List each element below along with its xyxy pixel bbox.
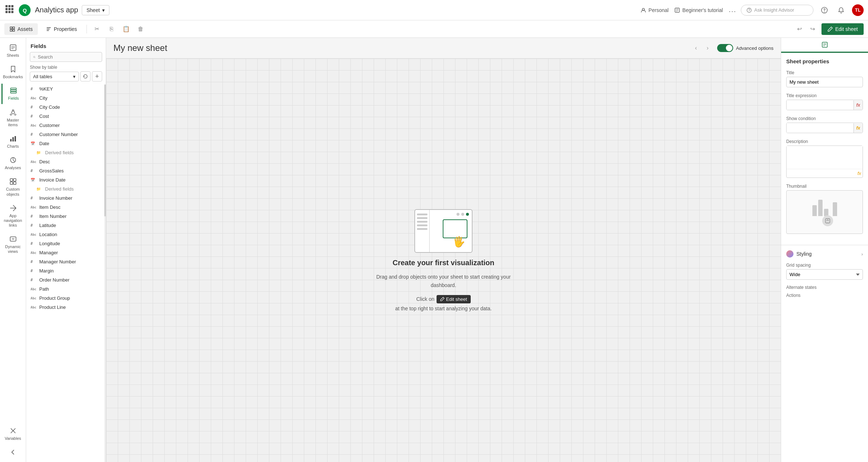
description-textarea[interactable]: [787, 146, 863, 168]
field-item[interactable]: Abc Location: [26, 230, 106, 239]
sheet-dropdown[interactable]: Sheet ▾: [82, 5, 109, 15]
field-item[interactable]: # Latitude: [26, 221, 106, 230]
field-item[interactable]: Abc Customer: [26, 121, 106, 130]
sidebar-item-app-nav[interactable]: App navigation links: [1, 201, 25, 231]
title-expression-input[interactable]: fx: [786, 100, 863, 110]
sidebar-item-bookmarks[interactable]: Bookmarks: [1, 62, 25, 82]
properties-tab[interactable]: Properties: [41, 23, 82, 35]
advanced-options-toggle[interactable]: Advanced options: [717, 44, 773, 52]
table-select-dropdown[interactable]: All tables ▾: [30, 72, 79, 81]
create-title: Create your first visualization: [393, 259, 494, 267]
sidebar-item-dynamic-views[interactable]: Dynamic views: [1, 232, 25, 257]
tutorial-button[interactable]: Beginner's tutorial: [674, 7, 723, 13]
show-cond-field[interactable]: [787, 123, 853, 133]
thumbnail-box[interactable]: [786, 190, 863, 234]
sidebar-item-master-items[interactable]: Master items: [1, 105, 25, 130]
edit-sheet-button[interactable]: Edit sheet: [821, 23, 864, 35]
sheet-props-title: Sheet properties: [786, 58, 863, 64]
field-item[interactable]: # Margin: [26, 266, 106, 275]
create-viz-card: 🖐 Create your first visualization Drag a…: [367, 209, 520, 311]
field-item[interactable]: # %KEY: [26, 84, 106, 93]
undo-button[interactable]: ↩: [794, 23, 805, 35]
edit-sheet-inline-btn[interactable]: Edit sheet: [437, 295, 471, 303]
field-item[interactable]: # City Code: [26, 103, 106, 112]
field-item[interactable]: Abc Product Line: [26, 303, 106, 312]
delete-button[interactable]: 🗑: [135, 23, 146, 35]
next-sheet-button[interactable]: ›: [703, 43, 713, 53]
svg-rect-8: [10, 27, 12, 29]
personal-button[interactable]: Personal: [640, 7, 668, 13]
qlik-logo: Q: [18, 4, 31, 17]
field-item[interactable]: # Manager Number: [26, 257, 106, 266]
sidebar-item-variables[interactable]: Variables: [1, 424, 25, 444]
more-options-button[interactable]: ...: [729, 6, 736, 14]
field-item[interactable]: Abc Desc: [26, 157, 106, 166]
user-avatar[interactable]: TL: [852, 4, 864, 16]
styling-header[interactable]: Styling ›: [786, 250, 863, 258]
field-subitem[interactable]: 📁 Derived fields: [26, 184, 106, 194]
field-item[interactable]: # Customer Number: [26, 130, 106, 139]
field-item[interactable]: # Cost: [26, 112, 106, 121]
grid-spacing-section: Grid spacing Wide: [786, 263, 863, 280]
field-item[interactable]: # GrossSales: [26, 166, 106, 175]
help-button[interactable]: [819, 4, 830, 16]
redo-button[interactable]: ↪: [807, 23, 819, 35]
show-by-table: Show by table All tables ▾ +: [26, 65, 106, 84]
fields-header: Fields: [26, 38, 106, 52]
svg-rect-14: [11, 90, 16, 91]
assets-tab[interactable]: Assets: [4, 23, 38, 35]
field-subitem[interactable]: 📁 Derived fields: [26, 148, 106, 157]
sidebar-item-analyses[interactable]: Analyses: [1, 153, 25, 173]
grid-background: 🖐 Create your first visualization Drag a…: [106, 59, 781, 462]
field-item[interactable]: # Longitude: [26, 239, 106, 248]
styling-section: Styling › Grid spacing Wide Alternate st…: [781, 245, 868, 304]
fx-button-desc[interactable]: fx: [857, 171, 861, 176]
field-item[interactable]: Abc Product Group: [26, 294, 106, 303]
field-item[interactable]: # Order Number: [26, 275, 106, 284]
svg-rect-26: [10, 182, 13, 184]
cut-button[interactable]: ✂: [91, 23, 103, 35]
description-textarea-wrap: fx: [786, 146, 863, 178]
svg-rect-21: [12, 137, 14, 142]
fx-button-cond[interactable]: fx: [853, 123, 863, 133]
field-item[interactable]: Abc Item Desc: [26, 203, 106, 212]
field-item[interactable]: # Invoice Number: [26, 194, 106, 203]
thumbnail-section: Thumbnail: [786, 184, 863, 234]
sidebar-item-fields[interactable]: Fields: [1, 84, 25, 104]
paste-button[interactable]: 📋: [120, 23, 132, 35]
copy-button[interactable]: ⎘: [106, 23, 117, 35]
refresh-button[interactable]: [80, 71, 91, 81]
prev-sheet-button[interactable]: ‹: [691, 43, 701, 53]
apps-menu-button[interactable]: [4, 5, 15, 15]
fields-list: # %KEY Abc City # City Code # Cost Abc: [26, 84, 106, 315]
right-panel-tabs: [781, 38, 868, 53]
svg-rect-11: [13, 29, 15, 31]
ask-advisor-input[interactable]: Ask Insight Advisor: [741, 5, 813, 16]
add-field-button[interactable]: +: [92, 71, 102, 81]
fx-button-title[interactable]: fx: [853, 100, 863, 110]
show-condition-input[interactable]: fx: [786, 123, 863, 133]
search-input-wrap[interactable]: [30, 52, 102, 62]
right-tab-properties[interactable]: [781, 38, 868, 53]
grid-spacing-select[interactable]: Wide: [786, 269, 863, 280]
field-item[interactable]: Abc City: [26, 93, 106, 103]
field-item[interactable]: # Item Number: [26, 212, 106, 221]
sidebar-collapse-button[interactable]: [1, 445, 25, 459]
title-input[interactable]: [786, 77, 863, 87]
svg-point-19: [10, 114, 12, 115]
title-expr-field[interactable]: [787, 100, 853, 110]
field-item[interactable]: 📅 Date: [26, 139, 106, 148]
search-input[interactable]: [38, 54, 99, 60]
svg-point-29: [33, 56, 35, 57]
sidebar-item-sheets[interactable]: Sheets: [1, 41, 25, 61]
field-item[interactable]: Abc Manager: [26, 248, 106, 257]
left-sidebar: Sheets Bookmarks Fields Master items Cha…: [0, 38, 26, 462]
field-item[interactable]: 📅 Invoice Date: [26, 175, 106, 184]
svg-rect-28: [10, 237, 16, 241]
notifications-button[interactable]: [835, 4, 847, 16]
svg-rect-10: [10, 29, 12, 31]
sidebar-item-custom-objects[interactable]: Custom objects: [1, 175, 25, 199]
field-item[interactable]: Abc Path: [26, 284, 106, 294]
sidebar-item-charts[interactable]: Charts: [1, 132, 25, 152]
right-panel: Sheet properties Title Title expression …: [781, 38, 868, 462]
